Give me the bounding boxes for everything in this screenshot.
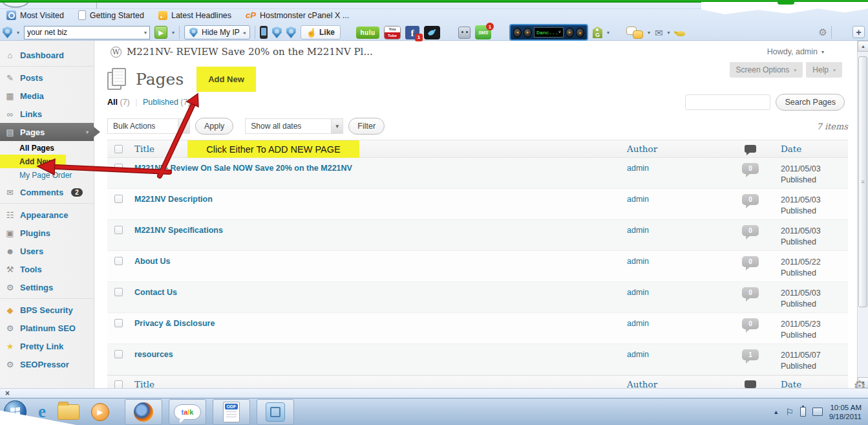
mail-icon[interactable]: ✉ [655,28,663,38]
media-player-icon[interactable]: ▶ [91,403,109,421]
sidebar-item-plugins[interactable]: ▣ Plugins [0,224,94,242]
comment-count-bubble[interactable]: 0 [742,225,759,236]
search-go-button[interactable]: ▶ [154,26,167,39]
shield-icon[interactable] [272,27,282,38]
robot-icon[interactable] [458,27,471,39]
author-link[interactable]: admin [622,313,725,343]
comments-column-icon[interactable] [745,145,756,153]
page-title-link[interactable]: M221NV Specifications [129,220,622,250]
site-title[interactable]: M221NV- REVIEW Save 20% on the M221NV Pl… [127,46,373,58]
internet-explorer-icon[interactable]: e [38,403,46,420]
price-tag-icon[interactable]: G [593,27,602,38]
sidebar-item-comments[interactable]: ✉ Comments 2 [0,183,94,201]
sidebar-item-tools[interactable]: ⚒ Tools [0,260,94,278]
wordpress-logo-icon[interactable]: W [111,47,122,58]
sidebar-item-links[interactable]: ∞ Links [0,105,94,123]
next-track-button[interactable]: ▸ [524,28,532,38]
chevron-down-icon[interactable]: ▾ [668,30,670,36]
hulu-icon[interactable]: hulu [356,27,379,39]
page-title-link[interactable]: M221NV Description [129,189,622,219]
sidebar-item-settings[interactable]: ⚙ Settings [0,278,94,296]
wrench-icon[interactable]: ⚙ [816,25,829,39]
network-icon[interactable] [812,408,823,416]
author-link[interactable]: admin [622,220,725,250]
column-header-date[interactable]: Date [776,140,848,157]
view-published-link[interactable]: Published [143,98,178,107]
taskbar-clock[interactable]: 10:05 AM 9/18/2011 [829,403,862,421]
bookmark-hostmonster-cpanel[interactable]: cP Hostmonster cPanel X ... [246,10,349,20]
taskbar-button-odf[interactable]: ODF [213,399,250,425]
search-pages-button[interactable]: Search Pages [776,94,845,111]
action-center-flag-icon[interactable]: ⚐ [785,407,794,417]
row-checkbox[interactable] [114,350,123,358]
twitter-icon[interactable] [424,26,440,39]
page-title-link[interactable]: M221NV- Review On Sale NOW Save 20% on t… [129,158,622,188]
comment-count-bubble[interactable]: 1 [742,349,759,360]
taskbar-button-app[interactable] [257,399,294,425]
search-pages-input[interactable] [685,94,770,110]
browser-scrollbar[interactable]: ▲ ≡ ▼ [857,41,868,388]
chevron-down-icon[interactable]: ▾ [144,30,147,36]
comment-count-bubble[interactable]: 0 [742,318,759,329]
sms-icon[interactable]: SMS 1 [475,25,491,39]
author-link[interactable]: admin [622,344,725,375]
sidebar-item-all-pages[interactable]: All Pages [0,141,94,155]
sidebar-item-posts[interactable]: ✎ Posts [0,69,94,87]
shield-icon[interactable] [286,27,296,38]
row-checkbox[interactable] [114,288,123,296]
bulk-actions-select[interactable]: Bulk Actions ▼ [107,118,190,134]
scroll-up-button[interactable]: ▲ [858,41,868,52]
shield-icon[interactable] [3,27,12,38]
facebook-icon[interactable]: f 1 [405,26,419,39]
sidebar-item-users[interactable]: ☻ Users [0,242,94,260]
apply-button[interactable]: Apply [195,118,233,135]
chevron-down-icon[interactable]: ▾ [648,30,650,36]
hide-my-ip-widget[interactable]: Hide My IP ◂ [184,25,250,39]
help-tab[interactable]: Help ▾ [806,62,842,78]
column-header-author[interactable]: Author [622,376,725,388]
facebook-like-button[interactable]: ☝ Like [301,25,341,39]
battery-icon[interactable] [800,407,806,417]
howdy-menu[interactable]: Howdy, admin ▾ [767,47,842,56]
author-link[interactable]: admin [622,189,725,219]
row-checkbox[interactable] [114,319,123,327]
row-checkbox[interactable] [114,226,123,234]
toolbar-search-field[interactable]: ▾ [24,26,150,39]
sidebar-item-dashboard[interactable]: ⌂ Dashboard [0,46,94,64]
youtube-icon[interactable]: You Tube [384,26,401,39]
sidebar-item-seopressor[interactable]: ⚙ SEOPressor [0,355,94,373]
prev-track-button[interactable]: ◂ [513,28,522,38]
sidebar-item-pages[interactable]: ▤ Pages ▾ [0,123,94,141]
sidebar-item-bps-security[interactable]: ◆ BPS Security [0,301,94,319]
select-all-checkbox[interactable] [114,145,123,153]
close-icon[interactable]: × [5,389,10,397]
sidebar-item-media[interactable]: ▦ Media [0,87,94,105]
phone-icon[interactable] [260,26,268,39]
add-new-button[interactable]: Add New [196,67,256,92]
tray-expand-icon[interactable]: ▲ [773,409,779,415]
stop-button[interactable]: ● [576,28,584,38]
add-toolbar-button[interactable]: + [852,26,865,38]
comments-column-icon[interactable] [745,380,756,388]
bookmark-latest-headlines[interactable]: Latest Headlines [158,11,231,20]
player-screen[interactable]: Danc... ˅ [534,27,564,38]
author-link[interactable]: admin [622,282,725,312]
chevron-down-icon[interactable]: ▾ [172,30,175,36]
row-checkbox[interactable] [114,164,123,172]
taskbar-button-firefox[interactable] [125,399,162,425]
screen-options-tab[interactable]: Screen Options ▾ [730,62,803,78]
sidebar-item-pretty-link[interactable]: ★ Pretty Link [0,337,94,355]
scrollbar-thumb[interactable]: ≡ [858,56,867,307]
page-title-link[interactable]: About Us [129,251,622,281]
sidebar-item-appearance[interactable]: ☷ Appearance [0,206,94,224]
row-checkbox[interactable] [114,195,123,203]
chevron-down-icon[interactable]: ▾ [607,30,609,36]
comment-count-bubble[interactable]: 0 [742,256,759,267]
comment-count-bubble[interactable]: 0 [742,194,759,205]
author-link[interactable]: admin [622,158,725,188]
comment-count-bubble[interactable]: 0 [742,287,759,298]
chat-bubbles-icon[interactable] [626,27,643,39]
page-title-link[interactable]: Privacy & Disclosure [129,313,622,343]
collapse-left-icon[interactable]: ◂ [243,30,246,36]
sidebar-item-platinum-seo[interactable]: ⚙ Platinum SEO [0,319,94,337]
